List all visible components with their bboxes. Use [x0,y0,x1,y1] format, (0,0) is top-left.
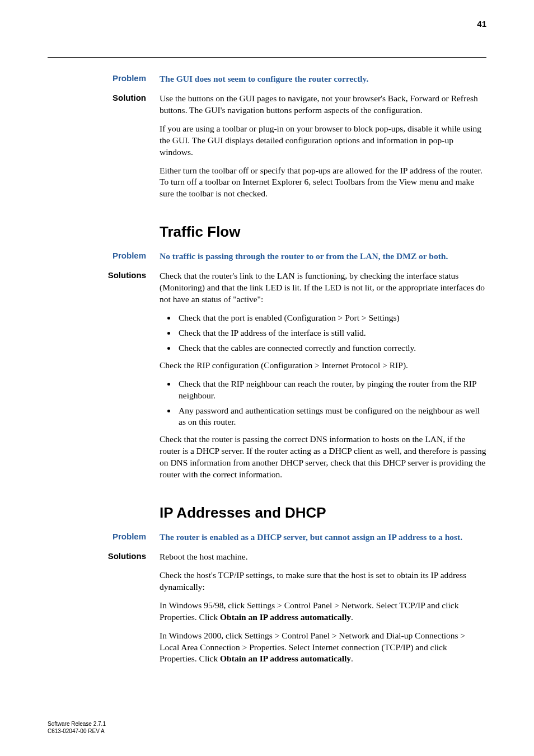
solutions-label: Solutions [48,270,160,487]
bullet-list: Check that the port is enabled (Configur… [160,312,486,354]
list-item: Check that the IP address of the interfa… [176,327,486,339]
bullet-list: Check that the RIP neighbour can reach t… [160,378,486,429]
text-run: . [351,612,353,622]
paragraph: In Windows 2000, click Settings > Contro… [160,630,486,665]
paragraph: Check the host's TCP/IP settings, to mak… [160,570,486,593]
paragraph: Check the RIP configuration (Configurati… [160,360,486,372]
problem-block: Problem The GUI does not seem to configu… [48,73,486,85]
paragraph: Use the buttons on the GUI pages to navi… [160,93,486,116]
solutions-label: Solutions [48,551,160,672]
bold-text: Obtain an IP address automatically [220,654,351,663]
page-number: 41 [477,19,486,29]
solution-body: Use the buttons on the GUI pages to navi… [160,93,486,206]
problem-block: Problem No traffic is passing through th… [48,251,486,262]
solutions-body: Check that the router's link to the LAN … [160,270,486,487]
section-heading-traffic: Traffic Flow [160,223,486,241]
paragraph: Reboot the host machine. [160,551,486,563]
paragraph: Check that the router's link to the LAN … [160,270,486,306]
problem-label: Problem [48,73,160,85]
footer-line: C613-02047-00 REV A [48,728,106,735]
solution-block: Solution Use the buttons on the GUI page… [48,93,486,206]
bold-text: Obtain an IP address automatically [220,612,351,622]
list-item: Check that the port is enabled (Configur… [176,312,486,324]
paragraph: If you are using a toolbar or plug-in on… [160,123,486,158]
problem-text: No traffic is passing through the router… [160,251,486,262]
paragraph: Either turn the toolbar off or specify t… [160,165,486,200]
solutions-block: Solutions Check that the router's link t… [48,270,486,487]
solutions-block: Solutions Reboot the host machine. Check… [48,551,486,672]
problem-label: Problem [48,251,160,262]
list-item: Any password and authentication settings… [176,405,486,429]
document-page: 41 Problem The GUI does not seem to conf… [0,0,534,756]
problem-label: Problem [48,532,160,543]
text-run: . [351,654,353,663]
paragraph: In Windows 95/98, click Settings > Contr… [160,600,486,623]
solutions-body: Reboot the host machine. Check the host'… [160,551,486,672]
list-item: Check that the cables are connected corr… [176,342,486,354]
paragraph: Check that the router is passing the cor… [160,434,486,481]
header-rule [48,57,486,58]
footer-line: Software Release 2.7.1 [48,721,106,728]
problem-text: The GUI does not seem to configure the r… [160,73,486,85]
section-heading-ip: IP Addresses and DHCP [160,504,486,522]
problem-text: The router is enabled as a DHCP server, … [160,532,486,543]
solution-label: Solution [48,93,160,206]
list-item: Check that the RIP neighbour can reach t… [176,378,486,402]
problem-block: Problem The router is enabled as a DHCP … [48,532,486,543]
footer: Software Release 2.7.1 C613-02047-00 REV… [48,721,106,735]
